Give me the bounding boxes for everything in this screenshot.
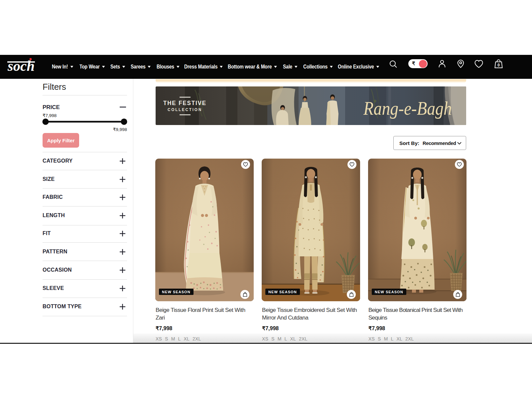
svg-text:0: 0 <box>497 63 500 67</box>
svg-text:Rang-e-Bagh: Rang-e-Bagh <box>363 97 452 119</box>
svg-text:COLLECTION: COLLECTION <box>168 107 202 112</box>
svg-text:THE FESTIVE: THE FESTIVE <box>163 99 206 106</box>
